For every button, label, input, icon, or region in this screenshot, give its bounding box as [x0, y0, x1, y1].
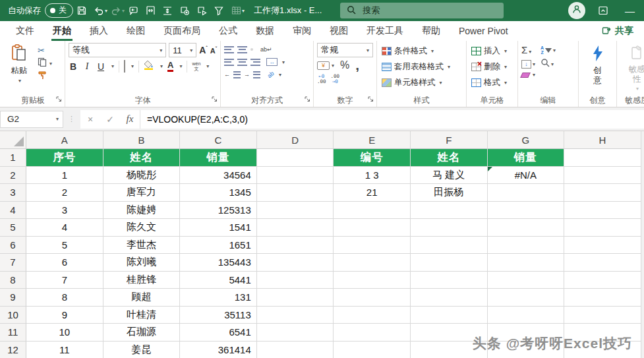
- vertical-scrollbar[interactable]: [641, 131, 644, 358]
- column-header-A[interactable]: A: [26, 131, 103, 149]
- column-header-H[interactable]: H: [564, 131, 641, 149]
- tab-页面布局[interactable]: 页面布局: [154, 21, 210, 41]
- qat-row-height-button[interactable]: [159, 2, 176, 19]
- cell-G4[interactable]: [488, 202, 565, 220]
- alignment-dialog-launcher[interactable]: [305, 94, 310, 105]
- tab-文件[interactable]: 文件: [7, 21, 44, 41]
- cell-A11[interactable]: 10: [26, 324, 103, 342]
- cell-E1[interactable]: 编号: [334, 149, 411, 167]
- cell-B12[interactable]: 姜昆: [103, 342, 181, 358]
- cell-A6[interactable]: 5: [26, 237, 103, 254]
- tab-插入[interactable]: 插入: [80, 21, 117, 41]
- cell-E7[interactable]: [334, 254, 411, 272]
- tab-开始[interactable]: 开始: [44, 21, 80, 41]
- italic-button[interactable]: I: [82, 61, 92, 72]
- cell-F10[interactable]: [411, 307, 488, 324]
- paste-button[interactable]: 粘贴 ▾: [5, 43, 34, 84]
- cell-D2[interactable]: [257, 167, 334, 185]
- number-dialog-launcher[interactable]: [368, 94, 374, 105]
- cell-B3[interactable]: 唐军力: [103, 184, 181, 202]
- cell-B6[interactable]: 李世杰: [103, 237, 181, 254]
- cell-H1[interactable]: [564, 149, 641, 167]
- tab-开发工具[interactable]: 开发工具: [357, 21, 413, 41]
- format-cells-button[interactable]: 格式▾: [470, 76, 508, 89]
- row-header-6[interactable]: 6: [0, 237, 26, 254]
- cell-B8[interactable]: 桂胜锋: [103, 272, 181, 289]
- cell-E11[interactable]: [334, 324, 411, 342]
- cell-styles-button[interactable]: 单元格样式▾: [380, 76, 452, 89]
- accounting-chevron[interactable]: ▾: [332, 63, 334, 69]
- cell-D3[interactable]: [257, 184, 334, 202]
- align-right-button[interactable]: [250, 59, 260, 66]
- cell-C2[interactable]: 34564: [180, 167, 257, 185]
- cell-D12[interactable]: [257, 342, 334, 358]
- qat-stop-recording-button[interactable]: [176, 2, 193, 19]
- cell-A10[interactable]: 9: [26, 307, 103, 324]
- underline-button[interactable]: U: [96, 61, 105, 72]
- column-header-F[interactable]: F: [411, 131, 488, 149]
- cell-G10[interactable]: [488, 307, 565, 324]
- cell-D8[interactable]: [257, 272, 334, 289]
- fill-button[interactable]: ↓▾: [521, 60, 535, 69]
- tab-帮助[interactable]: 帮助: [413, 21, 450, 41]
- cell-F7[interactable]: [411, 254, 488, 272]
- redo-dropdown-chevron[interactable]: ▾: [122, 8, 125, 14]
- cell-B4[interactable]: 陈婕娉: [103, 202, 181, 220]
- cell-A9[interactable]: 8: [26, 289, 103, 307]
- underline-chevron[interactable]: ▾: [111, 63, 114, 69]
- cell-G1[interactable]: 销量: [488, 149, 565, 167]
- cell-C5[interactable]: 1541: [180, 219, 257, 237]
- cell-B1[interactable]: 姓名: [103, 149, 181, 167]
- cell-F4[interactable]: [411, 202, 488, 220]
- cell-E5[interactable]: [334, 219, 411, 237]
- autosave-toggle[interactable]: 自动保存 关: [8, 3, 73, 18]
- cell-H5[interactable]: [564, 219, 641, 237]
- font-dialog-launcher[interactable]: [212, 94, 218, 105]
- cell-G8[interactable]: [488, 272, 565, 289]
- cell-C3[interactable]: 1345: [180, 184, 257, 202]
- decrease-decimal-button[interactable]: .00→0: [331, 74, 340, 85]
- cell-E9[interactable]: [334, 289, 411, 307]
- align-top-button[interactable]: [224, 46, 234, 53]
- cell-A7[interactable]: 6: [26, 254, 103, 272]
- cell-H6[interactable]: [564, 237, 641, 254]
- cell-H4[interactable]: [564, 202, 641, 220]
- account-avatar[interactable]: [568, 2, 585, 19]
- share-button[interactable]: 共享: [591, 21, 644, 41]
- cell-G3[interactable]: [488, 184, 565, 202]
- cell-B9[interactable]: 顾超: [103, 289, 181, 307]
- cell-A5[interactable]: 4: [26, 219, 103, 237]
- column-header-E[interactable]: E: [334, 131, 411, 149]
- cell-E12[interactable]: [334, 342, 411, 358]
- cell-D7[interactable]: [257, 254, 334, 272]
- cell-D10[interactable]: [257, 307, 334, 324]
- phonetic-chevron[interactable]: ▾: [206, 63, 209, 69]
- ribbon-display-options-button[interactable]: [595, 2, 612, 19]
- cell-F8[interactable]: [411, 272, 488, 289]
- phonetic-guide-button[interactable]: wén文: [192, 61, 200, 71]
- increase-font-size-button[interactable]: Aˆ: [199, 45, 207, 55]
- delete-cells-button[interactable]: 删除▾: [470, 60, 508, 73]
- formula-input[interactable]: =VLOOKUP(E2,A:C,3,0): [140, 110, 644, 129]
- cell-H10[interactable]: [564, 307, 641, 324]
- clipboard-dialog-launcher[interactable]: [56, 94, 62, 105]
- qat-filter-button[interactable]: [210, 2, 227, 19]
- cell-A3[interactable]: 2: [26, 184, 103, 202]
- clear-button[interactable]: ▾: [521, 72, 535, 78]
- cell-E6[interactable]: [334, 237, 411, 254]
- percent-style-button[interactable]: %: [340, 59, 349, 71]
- formula-bar-drag-dots[interactable]: ⋮: [63, 115, 80, 123]
- tab-数据[interactable]: 数据: [247, 21, 283, 41]
- cell-E8[interactable]: [334, 272, 411, 289]
- tab-视图[interactable]: 视图: [320, 21, 357, 41]
- merge-chevron[interactable]: ▾: [282, 59, 285, 65]
- minimize-button[interactable]: —: [621, 5, 639, 16]
- format-painter-button[interactable]: [38, 71, 52, 82]
- cell-C10[interactable]: 35113: [180, 307, 257, 324]
- cell-C7[interactable]: 135443: [180, 254, 257, 272]
- column-header-C[interactable]: C: [180, 131, 257, 149]
- cell-G7[interactable]: [488, 254, 565, 272]
- qat-run-macro-button[interactable]: [193, 2, 210, 19]
- insert-cells-button[interactable]: 插入▾: [470, 44, 508, 57]
- orientation-button[interactable]: ab: [266, 70, 275, 78]
